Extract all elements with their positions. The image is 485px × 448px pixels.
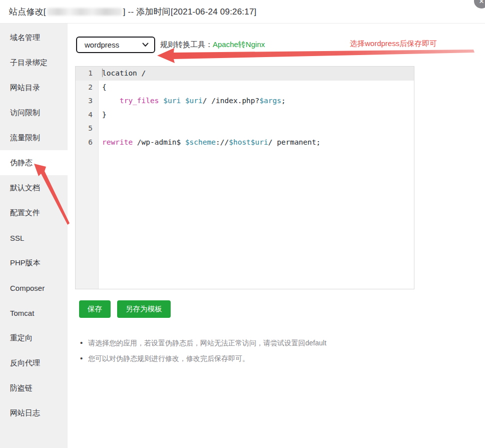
sidebar-item-label: 重定向 [10, 333, 33, 343]
line-number: 6 [76, 136, 99, 150]
sidebar-item-subdir-bind[interactable]: 子目录绑定 [0, 50, 68, 75]
preset-select-value: wordpress [85, 41, 119, 49]
sidebar-item-ssl[interactable]: SSL [0, 225, 68, 250]
code-text: try_files $uri $uri/ /index.php?$args; [99, 94, 414, 108]
code-text: } [99, 108, 414, 122]
close-icon: ✕ [479, 0, 484, 5]
site-name-redacted [47, 8, 122, 16]
action-button-row: 保存 另存为模板 [79, 300, 171, 318]
editor-line: 6rewrite /wp-admin$ $scheme://$host$uri/… [76, 136, 414, 150]
note-item: 您可以对伪静态规则进行修改，修改完后保存即可。 [80, 354, 326, 363]
dialog-title: 站点修改[] -- 添加时间[2021-06-24 09:26:17] [9, 6, 257, 18]
title-suffix: ] -- 添加时间[2021-06-24 09:26:17] [123, 7, 257, 17]
title-prefix: 站点修改[ [9, 7, 46, 17]
main-panel: wordpress 规则转换工具： Apache转Nginx 选择wordpre… [68, 24, 485, 448]
rule-convert-tool-label: 规则转换工具： [160, 40, 213, 50]
editor-lines: 1location /2{3 try_files $uri $uri/ /ind… [76, 67, 414, 149]
sidebar-item-url-rewrite[interactable]: 伪静态 [0, 150, 68, 175]
line-number: 1 [76, 67, 99, 81]
code-text: rewrite /wp-admin$ $scheme://$host$uri/ … [99, 136, 414, 150]
sidebar-item-label: PHP版本 [10, 258, 41, 268]
annotation-text: 选择wordpress后保存即可 [350, 39, 437, 49]
sidebar-item-redirect[interactable]: 重定向 [0, 325, 68, 350]
sidebar-item-label: 子目录绑定 [10, 58, 48, 68]
editor-line: 1location / [76, 67, 414, 81]
sidebar-item-reverse-proxy[interactable]: 反向代理 [0, 350, 68, 375]
sidebar-item-config-file[interactable]: 配置文件 [0, 200, 68, 225]
sidebar-item-label: 配置文件 [10, 208, 40, 218]
line-number: 2 [76, 81, 99, 95]
sidebar-item-label: Tomcat [10, 309, 34, 317]
sidebar-item-access-limit[interactable]: 访问限制 [0, 100, 68, 125]
chevron-down-icon [142, 43, 149, 47]
sidebar-item-site-logs[interactable]: 网站日志 [0, 400, 68, 425]
line-number: 5 [76, 122, 99, 136]
line-number: 3 [76, 94, 99, 108]
sidebar-item-label: 伪静态 [10, 158, 33, 168]
sidebar-item-label: 默认文档 [10, 183, 40, 193]
site-modify-dialog: 站点修改[] -- 添加时间[2021-06-24 09:26:17] ✕ 域名… [0, 0, 485, 448]
apache-to-nginx-link[interactable]: Apache转Nginx [213, 40, 265, 50]
sidebar-item-label: 反向代理 [10, 358, 40, 368]
editor-line: 5 [76, 122, 414, 136]
code-text [99, 122, 414, 136]
save-as-template-button[interactable]: 另存为模板 [117, 300, 171, 318]
editor-line: 2{ [76, 81, 414, 95]
sidebar: 域名管理子目录绑定网站目录访问限制流量限制伪静态默认文档配置文件SSLPHP版本… [0, 24, 68, 448]
notes-list: 请选择您的应用，若设置伪静态后，网站无法正常访问，请尝试设置回default您可… [80, 338, 326, 369]
sidebar-nav: 域名管理子目录绑定网站目录访问限制流量限制伪静态默认文档配置文件SSLPHP版本… [0, 24, 68, 425]
sidebar-item-site-directory[interactable]: 网站目录 [0, 75, 68, 100]
sidebar-item-label: 流量限制 [10, 133, 40, 143]
sidebar-item-tomcat[interactable]: Tomcat [0, 300, 68, 325]
sidebar-item-label: 防盗链 [10, 383, 33, 393]
line-number: 4 [76, 108, 99, 122]
dialog-header: 站点修改[] -- 添加时间[2021-06-24 09:26:17] [0, 0, 485, 24]
sidebar-item-php-version[interactable]: PHP版本 [0, 250, 68, 275]
sidebar-item-hotlink-protection[interactable]: 防盗链 [0, 375, 68, 400]
sidebar-item-composer[interactable]: Composer [0, 275, 68, 300]
code-text: { [99, 81, 414, 95]
rewrite-code-editor[interactable]: 1location /2{3 try_files $uri $uri/ /ind… [75, 66, 414, 289]
save-button[interactable]: 保存 [79, 300, 111, 318]
sidebar-item-label: 域名管理 [10, 33, 40, 43]
note-item: 请选择您的应用，若设置伪静态后，网站无法正常访问，请尝试设置回default [80, 338, 326, 347]
sidebar-item-label: 访问限制 [10, 108, 40, 118]
sidebar-item-label: 网站日志 [10, 408, 40, 418]
sidebar-item-domain-manage[interactable]: 域名管理 [0, 25, 68, 50]
sidebar-item-label: SSL [10, 234, 24, 242]
sidebar-item-default-doc[interactable]: 默认文档 [0, 175, 68, 200]
rewrite-preset-select[interactable]: wordpress [76, 37, 155, 53]
rewrite-toolbar: wordpress 规则转换工具： Apache转Nginx [76, 37, 265, 53]
sidebar-item-traffic-limit[interactable]: 流量限制 [0, 125, 68, 150]
editor-line: 4} [76, 108, 414, 122]
sidebar-item-label: Composer [10, 284, 45, 292]
code-text: location / [99, 67, 414, 81]
editor-line: 3 try_files $uri $uri/ /index.php?$args; [76, 94, 414, 108]
sidebar-item-label: 网站目录 [10, 83, 40, 93]
